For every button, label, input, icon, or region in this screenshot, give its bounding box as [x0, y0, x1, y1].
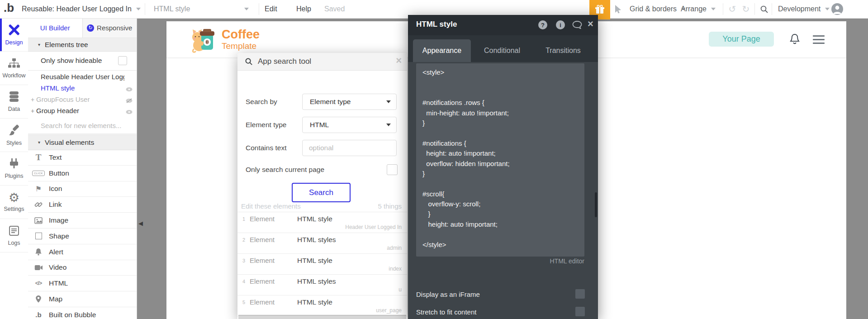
cursor-glyph	[614, 5, 622, 14]
tab-conditional[interactable]: Conditional	[479, 39, 525, 62]
result-kind: Element	[250, 236, 275, 243]
divider	[259, 3, 259, 15]
palette-item-image[interactable]: Image	[28, 213, 137, 229]
tab-ui-builder[interactable]: UI Builder	[28, 18, 82, 38]
visibility-eye-icon[interactable]	[126, 86, 133, 93]
only-current-page-checkbox[interactable]	[387, 164, 398, 175]
contains-text-input[interactable]	[302, 140, 397, 156]
palette-label: Shape	[49, 232, 69, 240]
dialog-header[interactable]: App search tool ×	[237, 53, 407, 71]
visual-elements-header[interactable]: ▾ Visual elements	[28, 134, 137, 150]
result-row[interactable]: 1 Element HTML style Header User Logged …	[237, 212, 407, 233]
expand-plus-icon[interactable]: +	[31, 96, 36, 103]
tab-label: UI Builder	[40, 24, 70, 32]
site-logo-title: Coffee	[222, 28, 260, 42]
dialog-scrollbar[interactable]	[238, 315, 406, 319]
page-selector-dropdown[interactable]: Reusable: Header User Logged In	[22, 0, 141, 18]
chevron-down-icon	[386, 124, 391, 126]
sidebar-item-plugins[interactable]: Plugins	[0, 152, 28, 186]
result-row[interactable]: 4 Element HTML styles u	[237, 275, 407, 295]
workflow-icon	[8, 58, 20, 71]
sidebar-item-data[interactable]: Data	[0, 85, 28, 119]
tree-item-group-header[interactable]: + Group Header	[28, 105, 137, 116]
info-icon[interactable]: i	[556, 20, 565, 29]
html-code-editor[interactable]: <style> #notifications .rows { min-heigh…	[416, 63, 584, 257]
iframe-option-checkbox[interactable]	[575, 289, 585, 299]
visibility-eye-icon[interactable]	[126, 108, 133, 116]
result-row[interactable]: 3 Element HTML style index	[237, 254, 407, 275]
palette-item-shape[interactable]: Shape	[28, 229, 137, 244]
palette-item-link[interactable]: Link	[28, 197, 137, 213]
palette-item-map[interactable]: Map	[28, 291, 137, 307]
chevron-down-icon	[244, 8, 249, 10]
site-logo-subtitle: Template	[222, 41, 256, 51]
result-row[interactable]: 5 Element HTML style user_page	[237, 295, 407, 316]
code-line	[422, 128, 578, 138]
cursor-tool-icon[interactable]	[613, 4, 623, 14]
chevron-down-icon	[825, 8, 830, 10]
code-line: }	[422, 209, 578, 219]
your-page-button[interactable]: Your Page	[709, 32, 774, 47]
help-icon[interactable]: ?	[538, 20, 547, 29]
only-show-hideable-checkbox[interactable]	[118, 56, 127, 65]
tree-item-groupfocus-user[interactable]: + GroupFocus User	[28, 94, 137, 105]
search-button[interactable]: Search	[292, 183, 351, 202]
undo-icon[interactable]: ↺	[727, 4, 737, 14]
code-line	[422, 77, 578, 87]
element-selector-dropdown[interactable]: HTML style	[154, 0, 249, 18]
tab-responsive[interactable]: ↻ Responsive	[82, 18, 137, 38]
database-icon	[9, 91, 19, 104]
result-kind: Element	[250, 298, 275, 306]
palette-item-text[interactable]: T Text	[28, 150, 137, 166]
arrange-dropdown[interactable]: Arrange	[681, 0, 716, 18]
close-icon[interactable]: ×	[588, 18, 593, 30]
bubble-logo[interactable]: .b	[4, 1, 14, 15]
sidebar-item-logs[interactable]: Logs	[0, 219, 28, 252]
palette-item-icon[interactable]: ⚑ Icon	[28, 181, 137, 197]
palette-item-html[interactable]: </> HTML	[28, 276, 137, 291]
tab-appearance[interactable]: Appearance	[413, 39, 471, 62]
notification-bell-icon[interactable]	[789, 33, 800, 47]
search-icon[interactable]	[759, 4, 769, 14]
help-menu[interactable]: Help	[296, 0, 311, 18]
palette-item-built-on-bubble[interactable]: .b Built on Bubble	[28, 307, 137, 319]
redo-icon[interactable]: ↻	[741, 4, 751, 14]
close-icon[interactable]: ×	[396, 55, 402, 67]
panel-scrollbar-thumb[interactable]	[595, 192, 597, 217]
result-row[interactable]: 2 Element HTML styles admin	[237, 233, 407, 254]
sidebar-item-workflow[interactable]: Workflow	[0, 52, 28, 85]
tab-label: Responsive	[97, 24, 132, 32]
tree-item-reusable-header[interactable]: Reusable Header User Logge...	[28, 71, 137, 82]
environment-dropdown[interactable]: Development	[778, 0, 830, 18]
collapse-panel-arrow[interactable]: ◀	[138, 220, 143, 227]
result-type: HTML styles	[297, 277, 336, 286]
brush-icon	[8, 124, 20, 138]
stretch-option-checkbox[interactable]	[575, 307, 585, 316]
edit-menu[interactable]: Edit	[265, 0, 277, 18]
menu-hamburger-icon[interactable]	[813, 35, 825, 44]
comment-icon[interactable]	[572, 21, 582, 31]
new-elements-search-input[interactable]	[28, 117, 137, 134]
sidebar-item-settings[interactable]: ⚙ Settings	[0, 186, 28, 219]
palette-item-button[interactable]: CLICK Button	[28, 166, 137, 181]
search-by-select[interactable]: Element type	[302, 94, 397, 110]
property-editor-titlebar[interactable]: HTML style ? i ×	[408, 15, 598, 35]
elements-tree-header[interactable]: ▾ Elements tree	[28, 38, 137, 52]
palette-item-video[interactable]: Video	[28, 260, 137, 276]
arrange-label: Arrange	[681, 5, 707, 13]
sidebar-item-design[interactable]: Design	[0, 18, 28, 52]
sidebar-item-styles[interactable]: Styles	[0, 119, 28, 152]
saved-status: Saved	[324, 0, 345, 18]
sidebar-label: Settings	[4, 206, 24, 212]
code-line: </style>	[422, 240, 578, 250]
code-line: #scroll{	[422, 189, 578, 199]
grid-borders-dropdown[interactable]: Grid & borders	[630, 0, 686, 18]
tree-item-html-style[interactable]: HTML style	[28, 82, 137, 94]
user-avatar[interactable]	[831, 3, 843, 15]
expand-plus-icon[interactable]: +	[31, 107, 36, 114]
result-type: HTML style	[297, 298, 332, 306]
visibility-eye-slash-icon[interactable]	[126, 97, 133, 105]
element-type-select[interactable]: HTML	[302, 117, 397, 133]
tab-transitions[interactable]: Transitions	[541, 39, 586, 62]
palette-item-alert[interactable]: Alert	[28, 244, 137, 260]
